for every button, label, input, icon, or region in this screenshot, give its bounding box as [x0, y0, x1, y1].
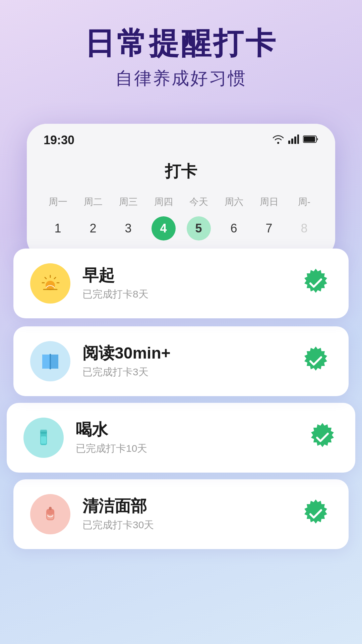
header-section: 日常提醒打卡 自律养成好习惯: [0, 0, 362, 104]
day-label-today: 今天: [181, 192, 216, 212]
day-label-mon: 周一: [40, 192, 75, 212]
svg-rect-9: [50, 354, 51, 369]
habit-progress-zaogi: 已完成打卡8天: [82, 287, 288, 301]
svg-rect-17: [49, 507, 52, 510]
check-badge-qingjie[interactable]: [300, 498, 332, 530]
habit-name-heshui: 喝水: [76, 420, 294, 439]
status-icons: [272, 135, 318, 146]
svg-rect-0: [288, 141, 290, 144]
day-1[interactable]: 1: [40, 212, 75, 245]
day-5[interactable]: 5: [181, 212, 216, 245]
habit-card-heshui[interactable]: 喝水 已完成打卡10天: [7, 403, 355, 473]
habit-icon-yuedu: [30, 341, 70, 381]
habit-icon-qingjie: [30, 494, 70, 534]
svg-rect-8: [51, 355, 58, 369]
habit-info-yuedu: 阅读30min+ 已完成打卡3天: [82, 343, 288, 379]
check-badge-heshui[interactable]: [306, 422, 339, 454]
svg-rect-1: [291, 139, 293, 144]
day-label-sun: 周日: [251, 192, 287, 212]
day-label-sat: 周六: [216, 192, 251, 212]
day-4[interactable]: 4: [146, 212, 181, 245]
habit-info-qingjie: 清洁面部 已完成打卡30天: [82, 496, 288, 532]
page-wrapper: 日常提醒打卡 自律养成好习惯 19:30: [0, 0, 362, 644]
svg-rect-3: [297, 135, 299, 144]
svg-rect-7: [42, 355, 50, 369]
day-7[interactable]: 7: [251, 212, 287, 245]
habit-card-yuedu[interactable]: 阅读30min+ 已完成打卡3天: [13, 326, 349, 396]
phone-mockup: 19:30: [27, 124, 335, 259]
habit-progress-yuedu: 已完成打卡3天: [82, 365, 288, 379]
day-label-thu: 周四: [146, 192, 181, 212]
day-6[interactable]: 6: [216, 212, 251, 245]
day-2[interactable]: 2: [75, 212, 111, 245]
habit-name-zaogi: 早起: [82, 266, 288, 285]
habit-info-heshui: 喝水 已完成打卡10天: [76, 420, 294, 456]
status-time: 19:30: [44, 133, 74, 147]
svg-rect-2: [294, 137, 296, 144]
habit-card-zaogi[interactable]: 早起 已完成打卡8天: [13, 249, 349, 318]
wifi-icon: [272, 135, 284, 146]
calendar-title: 打卡: [40, 161, 322, 182]
status-bar: 19:30: [27, 124, 335, 151]
cards-section: 早起 已完成打卡8天: [0, 259, 362, 562]
battery-icon: [303, 135, 318, 146]
sub-title: 自律养成好习惯: [115, 67, 247, 90]
habit-name-yuedu: 阅读30min+: [82, 343, 288, 363]
svg-rect-12: [41, 436, 46, 444]
habit-icon-zaogi: [30, 263, 70, 304]
habit-progress-qingjie: 已完成打卡30天: [82, 518, 288, 532]
day-3[interactable]: 3: [111, 212, 146, 245]
check-badge-zaogi[interactable]: [300, 267, 332, 300]
calendar-grid: 周一 周二 周三 周四 今天 周六 周日 周- 1 2 3 4 5 6 7 8: [40, 192, 322, 245]
day-label-tue: 周二: [75, 192, 111, 212]
day-8[interactable]: 8: [287, 212, 322, 245]
habit-info-zaogi: 早起 已完成打卡8天: [82, 266, 288, 302]
signal-icon: [288, 135, 299, 146]
day-label-wed: 周三: [111, 192, 146, 212]
calendar-section: 打卡 周一 周二 周三 周四 今天 周六 周日 周- 1 2 3 4 5 6 7…: [27, 151, 335, 259]
svg-rect-5: [304, 137, 315, 142]
habit-card-qingjie[interactable]: 清洁面部 已完成打卡30天: [13, 479, 349, 549]
habit-name-qingjie: 清洁面部: [82, 496, 288, 516]
svg-point-16: [47, 509, 54, 515]
check-badge-yuedu[interactable]: [300, 345, 332, 377]
svg-rect-13: [40, 430, 47, 432]
habit-progress-heshui: 已完成打卡10天: [76, 442, 294, 455]
main-title: 日常提醒打卡: [84, 27, 278, 60]
habit-icon-heshui: [23, 418, 64, 458]
day-label-next: 周-: [287, 192, 322, 212]
